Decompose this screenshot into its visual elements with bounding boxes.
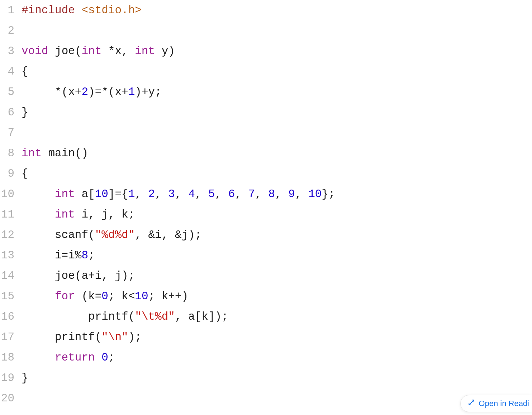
line-number: 13 [0,245,14,266]
code-line: printf("\n"); [22,327,532,347]
code-line: return 0; [22,347,532,368]
line-number-gutter: 1 2 3 4 5 6 7 8 9 10 11 12 13 14 15 16 1… [0,0,18,409]
line-number: 5 [0,82,14,102]
code-line: #include <stdio.h> [22,0,532,20]
code-line: } [22,368,532,388]
code-line: int a[10]={1, 2, 3, 4, 5, 6, 7, 8, 9, 10… [22,184,532,204]
code-line: int i, j, k; [22,204,532,225]
code-line: printf("\t%d", a[k]); [22,306,532,327]
line-number: 1 [0,0,14,20]
line-number: 7 [0,123,14,143]
open-in-reader-button[interactable]: Open in Readi [460,395,532,412]
expand-icon [468,399,475,408]
line-number: 10 [0,184,14,204]
code-line: { [22,163,532,184]
code-line: joe(a+i, j); [22,266,532,286]
code-content[interactable]: #include <stdio.h> void joe(int *x, int … [18,0,532,409]
line-number: 3 [0,41,14,61]
line-number: 9 [0,163,14,184]
line-number: 17 [0,327,14,347]
line-number: 18 [0,347,14,368]
open-in-reader-label: Open in Readi [479,399,529,408]
code-line: *(x+2)=*(x+1)+y; [22,82,532,102]
line-number: 19 [0,368,14,388]
code-line: void joe(int *x, int y) [22,41,532,61]
code-line: scanf("%d%d", &i, &j); [22,225,532,245]
code-line [22,123,532,143]
code-line: int main() [22,143,532,163]
code-line [22,20,532,41]
line-number: 12 [0,225,14,245]
code-line: i=i%8; [22,245,532,266]
line-number: 11 [0,204,14,225]
code-line: { [22,61,532,82]
line-number: 20 [0,388,14,409]
line-number: 15 [0,286,14,306]
line-number: 8 [0,143,14,163]
code-line: } [22,102,532,123]
code-editor: 1 2 3 4 5 6 7 8 9 10 11 12 13 14 15 16 1… [0,0,532,409]
line-number: 16 [0,306,14,327]
line-number: 2 [0,20,14,41]
line-number: 4 [0,61,14,82]
code-line: for (k=0; k<10; k++) [22,286,532,306]
line-number: 14 [0,266,14,286]
line-number: 6 [0,102,14,123]
